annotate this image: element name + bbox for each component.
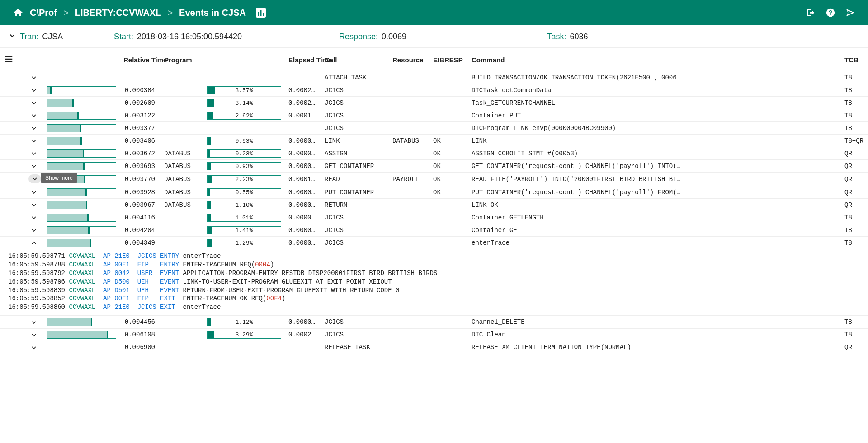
svg-rect-1 (258, 12, 259, 16)
cell-resource (389, 211, 429, 224)
elapsed-time-bar: 2.23% (207, 175, 281, 183)
cell-call: JCICS (321, 109, 389, 122)
send-icon[interactable] (845, 8, 855, 18)
col-eibresp[interactable]: EIBRESP (429, 48, 468, 71)
row-expand-toggle[interactable] (25, 211, 43, 224)
cell-tcb: T8 (841, 224, 868, 237)
col-command[interactable]: Command (468, 48, 841, 71)
elapsed-time-bar: 3.14% (207, 99, 281, 107)
cell-tcb: T8 (841, 97, 868, 109)
logout-icon[interactable] (806, 8, 816, 18)
cell-resource: PAYROLL (389, 173, 429, 186)
elapsed-time-bar: 1.29% (207, 239, 281, 247)
cell-eibresp (429, 211, 468, 224)
cell-relative-time (120, 71, 160, 84)
col-resource[interactable]: Resource (389, 48, 429, 71)
cell-resource (389, 186, 429, 199)
cell-program: DATABUS (160, 147, 203, 160)
cell-eibresp (429, 71, 468, 84)
cell-program (160, 316, 203, 328)
table-row: 0.003770 DATABUS 2.23% 0.000154 READ PAY… (0, 173, 868, 186)
cell-program (160, 122, 203, 135)
cell-relative-time: 0.003406 (120, 135, 160, 147)
cell-tcb: QR (841, 341, 868, 354)
summary-expand-toggle[interactable] (8, 32, 16, 42)
cell-call: LINK (321, 135, 389, 147)
row-expand-toggle[interactable] (25, 328, 43, 341)
cell-tcb: T8 (841, 109, 868, 122)
elapsed-time-bar: 0.23% (207, 149, 281, 158)
cell-tcb: T8 (841, 237, 868, 249)
cell-elapsed: 0.000077 (285, 316, 321, 328)
cell-eibresp (429, 237, 468, 249)
cell-resource (389, 109, 429, 122)
chart-icon[interactable] (255, 7, 267, 19)
row-expand-toggle[interactable] (25, 224, 43, 237)
row-expand-toggle[interactable] (25, 122, 43, 135)
col-call[interactable]: Call (321, 48, 389, 71)
cell-resource (389, 71, 429, 84)
relative-time-bar (47, 214, 116, 222)
col-program[interactable]: Program (160, 48, 203, 71)
summary-task-label: Task: (547, 32, 566, 42)
row-expand-toggle[interactable] (25, 71, 43, 84)
col-elapsed-time[interactable]: Elapsed Time (285, 48, 321, 71)
cell-elapsed: 0.000089 (285, 237, 321, 249)
cell-program (160, 211, 203, 224)
cell-elapsed (285, 341, 321, 354)
cell-command: LINK OK (468, 199, 841, 211)
cell-command: GET CONTAINER('request-cont') CHANNEL('p… (468, 160, 841, 173)
cell-resource (389, 237, 429, 249)
summary-start-label: Start: (114, 32, 133, 42)
row-expand-toggle[interactable] (25, 135, 43, 147)
cell-eibresp (429, 97, 468, 109)
row-expand-toggle[interactable] (25, 316, 43, 328)
cell-resource (389, 147, 429, 160)
summary-start-value: 2018-03-16 16:05:00.594420 (137, 32, 242, 42)
cell-resource: DATABUS (389, 135, 429, 147)
row-expand-toggle[interactable] (25, 160, 43, 173)
relative-time-bar (47, 149, 116, 158)
row-expand-toggle[interactable] (25, 341, 43, 354)
cell-resource (389, 122, 429, 135)
cell-program (160, 135, 203, 147)
cell-relative-time: 0.003672 (120, 147, 160, 160)
row-expand-toggle[interactable] (25, 84, 43, 97)
cell-tcb: QR (841, 147, 868, 160)
cell-call: READ (321, 173, 389, 186)
cell-call: ATTACH TASK (321, 71, 389, 84)
row-expand-toggle[interactable] (25, 173, 43, 186)
row-expand-toggle[interactable] (25, 147, 43, 160)
col-tcb[interactable]: TCB (841, 48, 868, 71)
relative-time-bar (47, 188, 116, 196)
row-expand-toggle[interactable] (25, 109, 43, 122)
cell-command: DTC_Clean (468, 328, 841, 341)
row-expand-toggle[interactable] (25, 199, 43, 211)
home-icon[interactable] (13, 7, 24, 18)
cell-program (160, 328, 203, 341)
cell-elapsed: 0.000217 (285, 97, 321, 109)
cell-program: DATABUS (160, 173, 203, 186)
row-expand-toggle[interactable] (25, 186, 43, 199)
cell-elapsed: 0.000097 (285, 224, 321, 237)
cell-relative-time: 0.003928 (120, 186, 160, 199)
table-row: 0.003672 DATABUS 0.23% 0.000016 ASSIGN O… (0, 147, 868, 160)
row-expand-toggle[interactable] (25, 97, 43, 109)
svg-text:?: ? (829, 9, 832, 16)
cell-resource (389, 316, 429, 328)
cell-relative-time: 0.003693 (120, 160, 160, 173)
table-row: 0.004349 1.29% 0.000089 JCICS enterTrace… (0, 237, 868, 249)
cell-eibresp (429, 84, 468, 97)
cell-elapsed: 0.000246 (285, 84, 321, 97)
breadcrumb-app[interactable]: C\Prof (30, 8, 57, 18)
cell-command: BUILD_TRANSACTION/OK TRANSACTION_TOKEN(2… (468, 71, 841, 84)
row-expand-toggle[interactable] (25, 237, 43, 249)
cell-elapsed: 0.000227 (285, 328, 321, 341)
help-icon[interactable]: ? (826, 8, 835, 18)
menu-icon[interactable] (4, 58, 14, 65)
breadcrumb-current: Events in CJSA (179, 8, 246, 18)
breadcrumb-system[interactable]: LIBERTY:CCVWAXL (75, 8, 161, 18)
relative-time-bar (47, 175, 116, 183)
summary-tran-value: CJSA (42, 32, 63, 42)
col-relative-time[interactable]: Relative Time (120, 48, 160, 71)
